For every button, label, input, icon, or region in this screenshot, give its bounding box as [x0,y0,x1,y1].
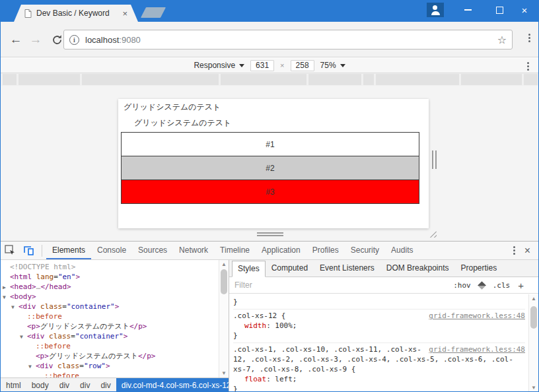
toggle-hover-state[interactable]: :hov [453,281,471,290]
new-tab-button[interactable] [141,7,166,18]
viewport-height-input[interactable] [291,60,314,71]
filter-input[interactable]: Filter [234,280,252,290]
dom-tree-line[interactable]: ::before [1,371,229,377]
url-bar[interactable]: i localhost:9080 ☆ [63,30,513,49]
scroll-up-icon[interactable]: ▲ [529,296,538,302]
page-info-icon[interactable]: i [69,35,79,45]
media-query-segment[interactable] [3,74,17,85]
media-query-segment[interactable] [363,74,374,85]
media-query-segment[interactable] [376,74,459,85]
breadcrumb-item[interactable]: html [1,378,26,392]
back-button[interactable]: ← [7,31,24,48]
css-declaration[interactable]: float: left; [233,374,525,384]
media-query-segment[interactable] [82,74,219,85]
viewport-width-input[interactable] [250,60,274,71]
dom-tree-line[interactable]: <p>グリッドシステムのテスト</p> [1,321,229,331]
title-bar: Dev Basic / Keyword × × [1,0,538,22]
close-button[interactable]: × [513,0,536,20]
minimize-button[interactable] [456,0,479,20]
breadcrumb-item[interactable]: div [54,378,75,392]
styles-tab-event-listeners[interactable]: Event Listeners [314,260,380,277]
styles-tab-computed[interactable]: Computed [266,260,314,277]
styles-tab-styles[interactable]: Styles [232,261,266,277]
breadcrumb-item[interactable]: div.col-md-4.col-sm-6.col-xs-12 [116,378,229,392]
triangle-collapsed-icon[interactable]: ▶ [3,282,10,292]
profile-button[interactable] [427,3,444,17]
triangle-expanded-icon[interactable]: ▼ [11,302,18,312]
browser-menu-icon[interactable] [528,34,530,42]
profile-icon [433,5,437,10]
dom-tree-line[interactable]: <p>グリッドシステムのテスト</p> [1,351,229,361]
dom-tree-line[interactable]: ▼<body> [1,292,229,302]
styles-tab-properties[interactable]: Properties [454,260,503,277]
media-query-segment[interactable] [461,74,522,85]
devtools-tab-elements[interactable]: Elements [46,242,91,259]
maximize-button[interactable] [488,0,511,20]
viewport-resize-handle-corner[interactable] [429,230,437,238]
styles-scrollbar[interactable]: ▲ ▼ [528,294,538,392]
css-rule[interactable]: } [233,296,525,310]
device-toolbar-menu-icon[interactable] [527,62,529,71]
devtools-tab-profiles[interactable]: Profiles [306,242,345,259]
dom-tree-line[interactable]: ▼<div class="row"> [1,361,229,371]
elements-scrollbar[interactable]: ▲ ▼ [219,260,229,377]
inspect-element-button[interactable] [1,244,19,257]
viewport-resize-handle-right[interactable] [432,150,437,169]
breadcrumb-item[interactable]: body [26,378,54,392]
media-query-segment[interactable] [221,74,306,85]
toggle-element-state-icon[interactable] [478,281,486,290]
scrollbar-thumb[interactable] [221,269,227,294]
styles-tab-dom-breakpoints[interactable]: DOM Breakpoints [380,260,455,277]
devtools-close-icon[interactable]: × [524,245,530,257]
media-query-segment[interactable] [18,74,80,85]
scroll-up-icon[interactable]: ▲ [219,261,229,267]
dom-tree-line[interactable]: ▼<div class="container"> [1,302,229,311]
dom-tree[interactable]: <!DOCTYPE html><html lang="en">▶<head>…<… [1,260,229,377]
devtools-menu-icon[interactable] [513,246,515,255]
bookmark-star-icon[interactable]: ☆ [497,34,507,46]
media-query-segment[interactable] [308,74,361,85]
toggle-classes[interactable]: .cls [493,281,511,290]
devtools-tab-audits[interactable]: Audits [385,242,419,259]
page-heading-2: グリッドシステムのテスト [134,117,231,129]
viewport-resize-handle-bottom[interactable] [257,232,283,236]
css-rules-list[interactable]: }grid-framework.less:48.col-xs-12 {width… [229,294,538,392]
devtools-tab-timeline[interactable]: Timeline [214,242,256,259]
devtools-tab-console[interactable]: Console [91,242,132,259]
toggle-device-toolbar-button[interactable] [19,244,38,257]
breadcrumb-item[interactable]: div [75,378,95,392]
browser-tab[interactable]: Dev Basic / Keyword × [14,5,138,22]
scroll-down-icon[interactable]: ▼ [529,385,538,391]
scrollbar-thumb[interactable] [530,306,537,329]
stylesheet-source-link[interactable]: grid-framework.less:48 [429,344,525,354]
dom-tree-line[interactable]: ::before [1,341,229,351]
dom-tree-line[interactable]: ▶<head>…</head> [1,282,229,292]
url-text[interactable]: localhost:9080 [85,35,141,45]
scroll-down-icon[interactable]: ▼ [219,370,229,376]
new-style-rule-icon[interactable]: + [518,280,524,291]
devtools-tab-network[interactable]: Network [173,242,214,259]
dom-tree-line[interactable]: <!DOCTYPE html> [1,262,229,272]
css-declaration[interactable]: width: 100%; [233,321,525,331]
grid-row-1: #1 [121,132,419,156]
dom-tree-line[interactable]: ▼<div class="container"> [1,331,229,341]
tab-close-icon[interactable]: × [122,9,127,18]
device-mode-select[interactable]: Responsive [194,61,244,70]
zoom-select[interactable]: 75% [320,61,345,70]
devtools-tab-application[interactable]: Application [256,242,306,259]
css-rule[interactable]: grid-framework.less:48.col-xs-1, .col-xs… [233,343,525,392]
css-rule[interactable]: grid-framework.less:48.col-xs-12 {width:… [233,310,525,343]
triangle-expanded-icon[interactable]: ▼ [20,332,27,342]
css-selector[interactable]: .col-xs-12 { [233,311,285,320]
stylesheet-source-link[interactable]: grid-framework.less:48 [429,311,525,321]
grid-rows: #1 #2 #3 [121,132,419,204]
media-query-bar[interactable] [1,73,538,86]
dom-tree-line[interactable]: ::before [1,311,229,321]
dom-tree-line[interactable]: <html lang="en"> [1,272,229,282]
devtools-tab-sources[interactable]: Sources [132,242,173,259]
breadcrumb-item[interactable]: div [95,378,116,392]
devtools-tab-security[interactable]: Security [345,242,385,259]
triangle-expanded-icon[interactable]: ▼ [28,362,36,372]
media-query-segment[interactable] [524,74,538,85]
triangle-expanded-icon[interactable]: ▼ [3,292,10,302]
